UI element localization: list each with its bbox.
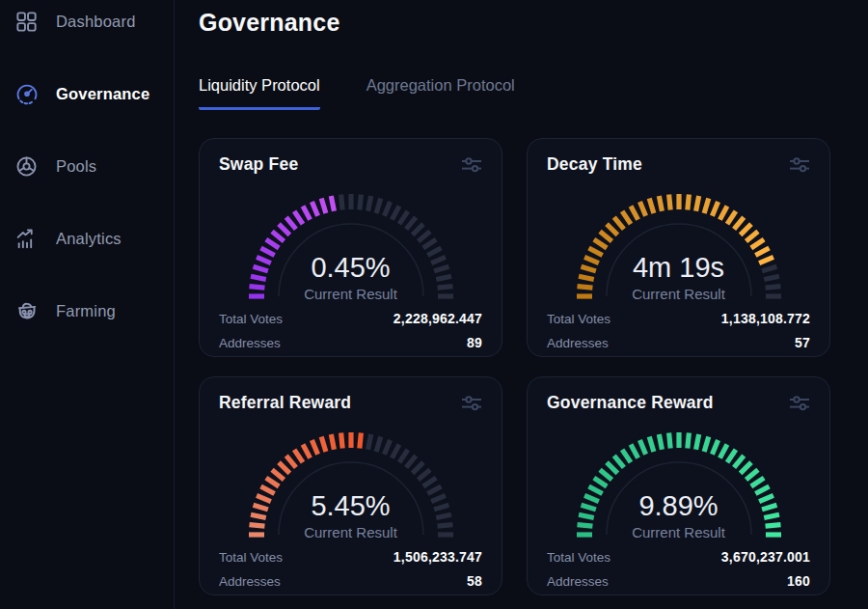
sidebar-item-label: Pools xyxy=(56,157,96,176)
stat-value: 57 xyxy=(795,335,810,350)
gauge-value: 4m 19s xyxy=(570,252,788,283)
sliders-icon[interactable] xyxy=(789,395,810,416)
stat-label: Addresses xyxy=(219,336,281,350)
sidebar-item-governance[interactable]: Governance xyxy=(14,72,174,115)
gauge-sublabel: Current Result xyxy=(242,524,460,540)
gauge-chart: 9.89% Current Result xyxy=(570,422,788,540)
stat-row-addresses: Addresses 57 xyxy=(547,335,810,350)
stat-label: Addresses xyxy=(547,336,609,350)
governance-cards: Swap Fee 0.45% Current Result Total Vote… xyxy=(199,138,830,595)
speedometer-icon xyxy=(14,81,40,107)
stat-row-total-votes: Total Votes 2,228,962.447 xyxy=(219,311,482,326)
card-decay-time: Decay Time 4m 19s Current Result Total V… xyxy=(527,138,830,357)
sidebar-item-label: Dashboard xyxy=(56,13,136,31)
sidebar-item-label: Governance xyxy=(56,85,149,103)
stat-row-total-votes: Total Votes 1,506,233.747 xyxy=(219,549,482,565)
gauge-value: 5.45% xyxy=(242,490,460,521)
tab-aggregation-protocol[interactable]: Aggregation Protocol xyxy=(366,76,515,110)
stat-label: Total Votes xyxy=(547,312,610,326)
gauge-chart: 4m 19s Current Result xyxy=(570,183,788,302)
card-swap-fee: Swap Fee 0.45% Current Result Total Vote… xyxy=(199,138,502,357)
stat-row-addresses: Addresses 89 xyxy=(219,335,482,350)
sliders-icon[interactable] xyxy=(461,156,482,178)
bar-chart-icon xyxy=(14,226,40,252)
sidebar-item-farming[interactable]: Farming xyxy=(14,290,174,332)
gauge-chart: 0.45% Current Result xyxy=(242,183,460,302)
gauge-value: 9.89% xyxy=(570,490,788,521)
stat-row-total-votes: Total Votes 1,138,108.772 xyxy=(547,311,810,326)
stat-value: 2,228,962.447 xyxy=(393,311,482,326)
tab-liquidity-protocol[interactable]: Liquidity Protocol xyxy=(199,76,320,110)
card-title: Decay Time xyxy=(547,154,642,175)
main-content: Governance Liquidity Protocol Aggregatio… xyxy=(175,0,868,609)
stat-value: 1,506,233.747 xyxy=(393,549,482,565)
card-title: Swap Fee xyxy=(219,154,298,175)
gauge-sublabel: Current Result xyxy=(570,524,788,540)
stat-row-addresses: Addresses 58 xyxy=(219,573,482,589)
sidebar-item-analytics[interactable]: Analytics xyxy=(14,217,174,260)
farmer-pig-icon xyxy=(14,298,40,324)
page-title: Governance xyxy=(199,9,340,37)
stat-value: 89 xyxy=(467,335,482,350)
stat-label: Addresses xyxy=(219,574,281,589)
dashboard-grid-icon xyxy=(14,9,40,35)
sliders-icon[interactable] xyxy=(461,395,482,416)
stat-label: Total Votes xyxy=(219,312,283,326)
stat-value: 1,138,108.772 xyxy=(721,311,810,326)
card-title: Governance Reward xyxy=(547,393,714,413)
stat-label: Total Votes xyxy=(219,550,283,565)
stat-value: 3,670,237.001 xyxy=(721,549,810,565)
stat-label: Addresses xyxy=(547,574,609,589)
card-title: Referral Reward xyxy=(219,393,351,413)
gauge-value: 0.45% xyxy=(242,252,460,283)
stat-value: 58 xyxy=(467,573,482,589)
stat-value: 160 xyxy=(787,573,810,589)
sidebar-item-pools[interactable]: Pools xyxy=(14,145,174,187)
donut-chart-icon xyxy=(14,153,40,180)
sliders-icon[interactable] xyxy=(789,156,810,178)
protocol-tabs: Liquidity Protocol Aggregation Protocol xyxy=(199,76,515,110)
sidebar-item-label: Farming xyxy=(56,302,116,320)
card-referral-reward: Referral Reward 5.45% Current Result Tot… xyxy=(199,376,502,595)
gauge-sublabel: Current Result xyxy=(242,286,460,302)
stat-label: Total Votes xyxy=(547,550,610,565)
sidebar-item-dashboard[interactable]: Dashboard xyxy=(14,0,174,42)
card-governance-reward: Governance Reward 9.89% Current Result T… xyxy=(527,376,830,595)
gauge-chart: 5.45% Current Result xyxy=(242,422,460,540)
gauge-sublabel: Current Result xyxy=(570,286,788,302)
sidebar: Dashboard Governance Pools xyxy=(0,0,175,609)
stat-row-total-votes: Total Votes 3,670,237.001 xyxy=(547,549,810,565)
stat-row-addresses: Addresses 160 xyxy=(547,573,810,589)
sidebar-item-label: Analytics xyxy=(56,230,122,248)
